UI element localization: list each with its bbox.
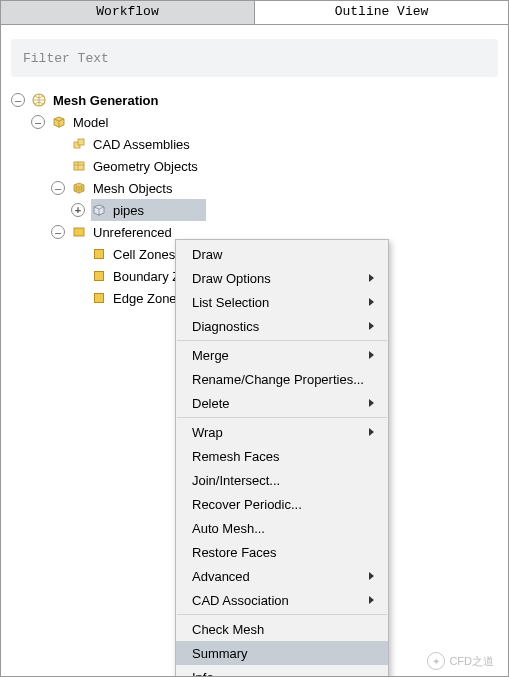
- menu-separator: [177, 340, 387, 341]
- menu-list-selection[interactable]: List Selection: [176, 290, 388, 314]
- box-icon: [51, 114, 67, 130]
- tree-label: CAD Assemblies: [91, 137, 192, 152]
- filter-input[interactable]: [11, 39, 498, 77]
- tree-node-geometry[interactable]: Geometry Objects: [11, 155, 498, 177]
- tab-workflow[interactable]: Workflow: [1, 1, 255, 24]
- menu-cad-association[interactable]: CAD Association: [176, 588, 388, 612]
- tree-label: Edge Zones: [111, 291, 185, 306]
- menu-recover[interactable]: Recover Periodic...: [176, 492, 388, 516]
- tree-label: Geometry Objects: [91, 159, 200, 174]
- cube-icon: [91, 202, 107, 218]
- submenu-arrow-icon: [369, 428, 374, 436]
- menu-rename[interactable]: Rename/Change Properties...: [176, 367, 388, 391]
- menu-automesh[interactable]: Auto Mesh...: [176, 516, 388, 540]
- menu-summary[interactable]: Summary: [176, 641, 388, 665]
- tree-node-cad[interactable]: CAD Assemblies: [11, 133, 498, 155]
- submenu-arrow-icon: [369, 596, 374, 604]
- square-icon: [91, 268, 107, 284]
- menu-merge[interactable]: Merge: [176, 343, 388, 367]
- submenu-arrow-icon: [369, 298, 374, 306]
- menu-separator: [177, 614, 387, 615]
- submenu-arrow-icon: [369, 274, 374, 282]
- submenu-arrow-icon: [369, 572, 374, 580]
- collapse-icon[interactable]: [51, 181, 65, 195]
- menu-draw[interactable]: Draw: [176, 242, 388, 266]
- context-menu: Draw Draw Options List Selection Diagnos…: [175, 239, 389, 677]
- submenu-arrow-icon: [369, 351, 374, 359]
- svg-rect-5: [95, 250, 104, 259]
- menu-check-mesh[interactable]: Check Mesh: [176, 617, 388, 641]
- expand-icon[interactable]: [71, 203, 85, 217]
- tree-node-model[interactable]: Model: [11, 111, 498, 133]
- menu-delete[interactable]: Delete: [176, 391, 388, 415]
- assembly-icon: [71, 136, 87, 152]
- tree-label: Cell Zones: [111, 247, 177, 262]
- globe-icon: [31, 92, 47, 108]
- square-icon: [91, 246, 107, 262]
- watermark-icon: ✦: [427, 652, 445, 670]
- svg-rect-6: [95, 272, 104, 281]
- menu-draw-options[interactable]: Draw Options: [176, 266, 388, 290]
- collapse-icon[interactable]: [51, 225, 65, 239]
- submenu-arrow-icon: [369, 399, 374, 407]
- mesh-icon: [71, 180, 87, 196]
- menu-remesh[interactable]: Remesh Faces: [176, 444, 388, 468]
- menu-join[interactable]: Join/Intersect...: [176, 468, 388, 492]
- tree-node-pipes[interactable]: pipes: [11, 199, 498, 221]
- tree-selection: pipes: [91, 199, 206, 221]
- menu-restore[interactable]: Restore Faces: [176, 540, 388, 564]
- geometry-icon: [71, 158, 87, 174]
- tab-outline-view[interactable]: Outline View: [255, 1, 508, 24]
- submenu-arrow-icon: [369, 322, 374, 330]
- folder-icon: [71, 224, 87, 240]
- menu-advanced[interactable]: Advanced: [176, 564, 388, 588]
- svg-rect-7: [95, 294, 104, 303]
- tree-label: pipes: [111, 203, 146, 218]
- svg-rect-4: [74, 228, 84, 236]
- collapse-icon[interactable]: [11, 93, 25, 107]
- tree-node-meshobjects[interactable]: Mesh Objects: [11, 177, 498, 199]
- tree-label: Model: [71, 115, 110, 130]
- tree-label: Unreferenced: [91, 225, 174, 240]
- tree-label: Mesh Objects: [91, 181, 174, 196]
- tree-label: Mesh Generation: [51, 93, 160, 108]
- svg-rect-3: [74, 162, 84, 170]
- tree-node-root[interactable]: Mesh Generation: [11, 89, 498, 111]
- watermark-text: CFD之道: [449, 654, 494, 669]
- collapse-icon[interactable]: [31, 115, 45, 129]
- menu-separator: [177, 417, 387, 418]
- square-icon: [91, 290, 107, 306]
- tab-bar: Workflow Outline View: [1, 1, 508, 25]
- menu-diagnostics[interactable]: Diagnostics: [176, 314, 388, 338]
- watermark: ✦ CFD之道: [427, 652, 494, 670]
- svg-rect-2: [78, 139, 84, 145]
- menu-info[interactable]: Info: [176, 665, 388, 677]
- menu-wrap[interactable]: Wrap: [176, 420, 388, 444]
